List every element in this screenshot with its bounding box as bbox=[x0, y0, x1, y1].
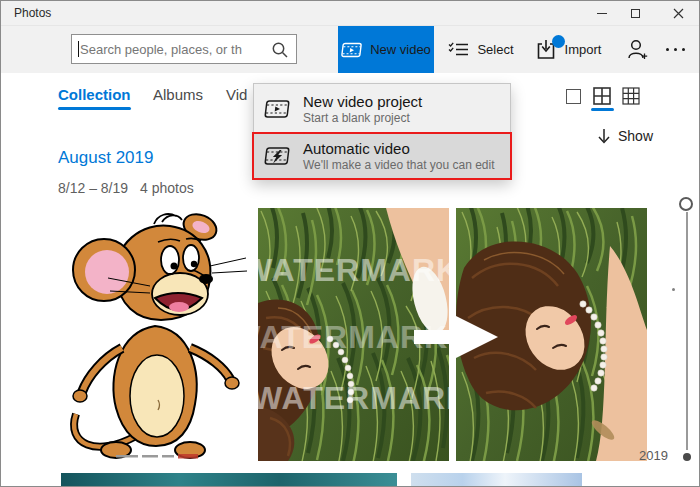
search-box[interactable] bbox=[71, 34, 297, 64]
tab-active-underline bbox=[58, 107, 131, 110]
photo-tile-watermark-comparison[interactable]: WATERMARK WATERMARK WATERMARK bbox=[258, 208, 647, 461]
new-video-dropdown-menu: New video project Start a blank project … bbox=[253, 83, 511, 179]
tab-videos[interactable]: Vid bbox=[226, 86, 247, 103]
close-button[interactable] bbox=[661, 1, 695, 25]
search-input[interactable] bbox=[72, 35, 296, 63]
section-month-heading[interactable]: August 2019 bbox=[58, 148, 153, 168]
import-button[interactable]: Import bbox=[524, 26, 612, 73]
see-more-button[interactable] bbox=[655, 26, 695, 73]
timeline-marker-dot bbox=[672, 288, 675, 291]
titlebar: Photos bbox=[1, 1, 700, 26]
cartoon-mouse-image bbox=[58, 208, 254, 461]
photo-tile-partial-sky[interactable] bbox=[411, 473, 582, 487]
view-active-underline bbox=[591, 108, 614, 111]
menu-item-subtitle: Start a blank project bbox=[303, 111, 422, 126]
maximize-icon bbox=[631, 9, 640, 18]
menu-item-new-video-project[interactable]: New video project Start a blank project bbox=[254, 84, 510, 134]
new-video-label: New video bbox=[370, 42, 431, 57]
tab-albums[interactable]: Albums bbox=[153, 86, 203, 103]
tab-collection[interactable]: Collection bbox=[58, 86, 131, 110]
video-project-icon bbox=[263, 97, 293, 121]
select-button[interactable]: Select bbox=[442, 26, 520, 73]
tab-collection-label: Collection bbox=[58, 86, 131, 103]
text-caret bbox=[78, 41, 79, 57]
new-video-button[interactable]: New video bbox=[338, 26, 434, 73]
section-date-range: 8/12 – 8/19 bbox=[58, 180, 128, 196]
toolbar: New video Select Import bbox=[1, 26, 700, 73]
new-video-icon bbox=[340, 41, 363, 59]
watermark-before-after-image: WATERMARK WATERMARK WATERMARK bbox=[258, 208, 647, 461]
grid-3x3-icon bbox=[622, 87, 640, 105]
timeline-year-label[interactable]: 2019 bbox=[639, 448, 668, 463]
tab-albums-label: Albums bbox=[153, 86, 203, 103]
show-button[interactable]: Show bbox=[597, 128, 653, 144]
menu-item-automatic-video[interactable]: Automatic video We'll make a video that … bbox=[254, 134, 510, 178]
close-icon bbox=[673, 8, 684, 19]
import-notification-dot bbox=[552, 35, 565, 48]
import-label: Import bbox=[565, 42, 602, 57]
menu-item-subtitle: We'll make a video that you can edit bbox=[303, 158, 495, 173]
menu-item-title: New video project bbox=[303, 92, 422, 111]
select-label: Select bbox=[477, 42, 513, 57]
window-title: Photos bbox=[14, 6, 51, 20]
svg-text:WATERMARK: WATERMARK bbox=[258, 252, 460, 288]
select-all-checkbox[interactable] bbox=[566, 89, 581, 104]
svg-text:WATERMARK: WATERMARK bbox=[258, 380, 470, 416]
minimize-button[interactable] bbox=[585, 1, 619, 25]
timeline-track bbox=[686, 212, 688, 450]
grid-2x2-icon bbox=[593, 87, 611, 105]
photos-app-window: Photos New video bbox=[0, 0, 700, 487]
search-icon[interactable] bbox=[270, 40, 290, 60]
select-icon bbox=[448, 40, 469, 59]
photo-tile-partial-teal[interactable] bbox=[61, 473, 397, 487]
person-plus-icon bbox=[626, 38, 649, 61]
view-grid-3x3-toggle[interactable] bbox=[622, 87, 640, 109]
more-icon bbox=[666, 48, 685, 51]
view-grid-2x2-toggle[interactable] bbox=[593, 87, 611, 109]
automatic-video-icon bbox=[263, 144, 293, 168]
timeline-scrub-handle[interactable] bbox=[679, 197, 693, 211]
section-meta: 8/12 – 8/19 4 photos bbox=[58, 180, 194, 196]
show-label: Show bbox=[618, 128, 653, 144]
section-photo-count: 4 photos bbox=[140, 180, 194, 196]
photo-tile-cartoon-mouse[interactable] bbox=[58, 208, 254, 461]
tab-videos-label: Vid bbox=[226, 86, 247, 103]
menu-item-title: Automatic video bbox=[303, 139, 495, 158]
minimize-icon bbox=[597, 13, 607, 14]
down-arrow-icon bbox=[597, 128, 611, 144]
maximize-button[interactable] bbox=[618, 1, 652, 25]
timeline-year-dot bbox=[683, 453, 691, 461]
account-button[interactable] bbox=[619, 26, 655, 73]
